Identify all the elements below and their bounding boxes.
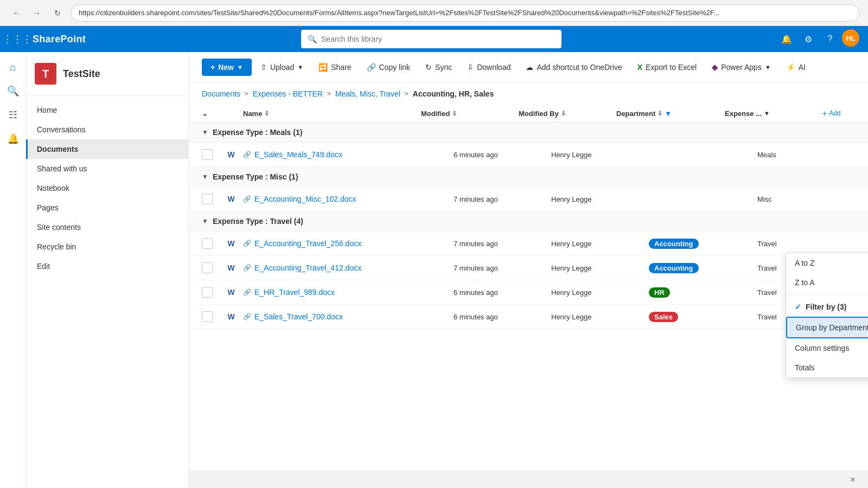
bottom-panel: × bbox=[189, 471, 868, 488]
url-bar[interactable]: https://citizenbuilders.sharepoint.com/s… bbox=[71, 4, 859, 22]
table-row[interactable]: 🔗 E_Sales_Meals_749.docx 6 minutes ago H… bbox=[189, 143, 868, 167]
waffle-menu[interactable]: ⋮⋮⋮ bbox=[9, 30, 26, 48]
sidebar-item-edit[interactable]: Edit bbox=[26, 256, 188, 276]
breadcrumb-documents[interactable]: Documents bbox=[202, 89, 240, 98]
automate-button[interactable]: ⚡ AI bbox=[780, 59, 812, 76]
file-modified: 7 minutes ago bbox=[454, 240, 551, 248]
file-name[interactable]: 🔗 E_Accounting_Travel_412.docx bbox=[243, 264, 454, 272]
copy-link-button[interactable]: 🔗 Copy link bbox=[360, 59, 417, 76]
breadcrumb-expenses[interactable]: Expenses - BETTER bbox=[253, 89, 323, 98]
search-box[interactable]: 🔍 bbox=[301, 30, 561, 48]
group-misc-header[interactable]: ▼ Expense Type : Misc (1) bbox=[189, 167, 868, 187]
upload-button[interactable]: ⇧ Upload ▼ bbox=[254, 59, 310, 76]
file-modified-by: Henry Legge bbox=[551, 313, 649, 321]
name-sort[interactable]: Name ⇩ bbox=[243, 110, 421, 118]
forward-button[interactable]: → bbox=[29, 5, 44, 21]
sidebar-item-home[interactable]: Home bbox=[26, 100, 188, 120]
download-button[interactable]: ⇩ Download bbox=[461, 59, 517, 76]
table-row[interactable]: 🔗 E_Sales_Travel_700.docx 6 minutes ago … bbox=[189, 305, 868, 329]
sidebar-item-notebook[interactable]: Notebook bbox=[26, 178, 188, 198]
sidebar-item-conversations[interactable]: Conversations bbox=[26, 120, 188, 139]
back-button[interactable]: ← bbox=[9, 5, 24, 21]
rail-home[interactable]: ⌂ bbox=[2, 56, 24, 78]
profile-button[interactable]: HL bbox=[842, 29, 859, 47]
bottom-close-button[interactable]: × bbox=[846, 473, 859, 486]
rail-search[interactable]: 🔍 bbox=[2, 80, 24, 102]
breadcrumb-sep-1: > bbox=[245, 90, 248, 98]
dept-badge: Accounting bbox=[649, 263, 699, 273]
file-name[interactable]: 🔗 E_HR_Travel_989.docx bbox=[243, 288, 454, 297]
word-icon bbox=[224, 285, 239, 300]
sidebar-item-documents[interactable]: Documents bbox=[26, 139, 188, 159]
upload-icon: ⇧ bbox=[260, 63, 267, 72]
dropdown-item-totals[interactable]: Totals > bbox=[786, 358, 868, 377]
row-checkbox[interactable] bbox=[202, 311, 213, 322]
collapse-all-header[interactable]: ⌄ bbox=[202, 110, 224, 118]
breadcrumb-meals[interactable]: Meals, Misc, Travel bbox=[335, 89, 400, 98]
rail-apps[interactable]: ☷ bbox=[2, 104, 24, 126]
file-modified-by: Henry Legge bbox=[551, 288, 649, 297]
rail-notifications[interactable]: 🔔 bbox=[2, 128, 24, 150]
table-row[interactable]: 🔗 E_Accounting_Travel_256.docx 7 minutes… bbox=[189, 232, 868, 256]
search-input[interactable] bbox=[321, 35, 555, 43]
add-col-text: Add bbox=[829, 110, 840, 117]
table-row[interactable]: 🔗 E_HR_Travel_989.docx 6 minutes ago Hen… bbox=[189, 280, 868, 305]
row-checkbox[interactable] bbox=[202, 287, 213, 298]
row-checkbox[interactable] bbox=[202, 149, 213, 160]
modified-by-sort-icon: ⇩ bbox=[561, 110, 566, 117]
help-button[interactable]: ? bbox=[820, 29, 840, 49]
add-col-header[interactable]: + Add bbox=[822, 109, 855, 118]
dropdown-item-a-to-z[interactable]: A to Z bbox=[786, 253, 868, 273]
collapse-travel-icon: ▼ bbox=[202, 217, 208, 225]
file-expense: Meals bbox=[757, 151, 855, 159]
settings-button[interactable]: ⚙ bbox=[799, 29, 818, 49]
onedrive-icon: ☁ bbox=[526, 63, 533, 72]
table-row[interactable]: 🔗 E_Accounting_Travel_412.docx 7 minutes… bbox=[189, 256, 868, 280]
modified-sort-icon: ⇩ bbox=[452, 110, 457, 117]
group-travel-label: Expense Type : Travel (4) bbox=[213, 217, 303, 226]
expense-sort[interactable]: Expense ... ▼ bbox=[725, 110, 822, 118]
dropdown-item-group-by[interactable]: Group by Department ↗ bbox=[786, 317, 868, 338]
app-shell: ⋮⋮⋮ SharePoint 🔍 🔔 ⚙ ? HL ⌂ 🔍 ☷ 🔔 T bbox=[0, 26, 868, 488]
row-checkbox[interactable] bbox=[202, 194, 213, 204]
row-checkbox[interactable] bbox=[202, 238, 213, 249]
group-meals-header[interactable]: ▼ Expense Type : Meals (1) bbox=[189, 123, 868, 143]
dropdown-item-column-settings[interactable]: Column settings > bbox=[786, 338, 868, 358]
group-travel-header[interactable]: ▼ Expense Type : Travel (4) bbox=[189, 211, 868, 232]
row-checkbox[interactable] bbox=[202, 262, 213, 273]
file-name[interactable]: 🔗 E_Accounting_Travel_256.docx bbox=[243, 239, 454, 248]
dropdown-item-filter-by[interactable]: ✓ Filter by (3) bbox=[786, 297, 868, 317]
dropdown-item-z-to-a[interactable]: Z to A bbox=[786, 273, 868, 292]
file-name[interactable]: 🔗 E_Sales_Travel_700.docx bbox=[243, 312, 454, 321]
add-shortcut-button[interactable]: ☁ Add shortcut to OneDrive bbox=[519, 59, 628, 76]
command-bar: + New ▼ ⇧ Upload ▼ 🔁 Share 🔗 Copy link bbox=[189, 52, 868, 83]
plus-icon: + bbox=[210, 63, 215, 72]
sidebar-item-recycle-bin[interactable]: Recycle bin bbox=[26, 237, 188, 256]
department-sort[interactable]: Department ⇩ ▼ bbox=[616, 110, 725, 118]
share-icon: 🔁 bbox=[318, 63, 328, 72]
modified-by-sort[interactable]: Modified By ⇩ bbox=[519, 110, 616, 118]
reload-button[interactable]: ↻ bbox=[50, 5, 65, 21]
sidebar-item-site-contents[interactable]: Site contents bbox=[26, 217, 188, 237]
expense-filter-icon[interactable]: ▼ bbox=[764, 110, 770, 117]
site-icon-letter: T bbox=[42, 68, 49, 80]
site-header: T TestSite bbox=[26, 52, 188, 96]
file-name[interactable]: 🔗 E_Sales_Meals_749.docx bbox=[243, 150, 454, 159]
file-name[interactable]: 🔗 E_Accounting_Misc_102.docx bbox=[243, 195, 454, 203]
modified-sort[interactable]: Modified ⇩ bbox=[421, 110, 519, 118]
new-button[interactable]: + New ▼ bbox=[202, 59, 252, 76]
sync-button[interactable]: ↻ Sync bbox=[419, 59, 458, 76]
department-filter-icon[interactable]: ▼ bbox=[665, 110, 672, 118]
notifications-button[interactable]: 🔔 bbox=[777, 29, 796, 49]
sidebar-item-shared[interactable]: Shared with us bbox=[26, 159, 188, 178]
word-icon bbox=[224, 236, 239, 251]
table-row[interactable]: 🔗 E_Accounting_Misc_102.docx 7 minutes a… bbox=[189, 187, 868, 211]
department-sort-icon: ⇩ bbox=[658, 110, 662, 117]
power-apps-button[interactable]: ◆ Power Apps ▼ bbox=[705, 59, 777, 76]
file-modified: 6 minutes ago bbox=[454, 151, 551, 159]
left-rail: ⌂ 🔍 ☷ 🔔 bbox=[0, 52, 26, 488]
collapse-meals-icon: ▼ bbox=[202, 129, 208, 136]
export-excel-button[interactable]: X Export to Excel bbox=[631, 59, 704, 76]
share-button[interactable]: 🔁 Share bbox=[312, 59, 358, 76]
sidebar-item-pages[interactable]: Pages bbox=[26, 198, 188, 217]
